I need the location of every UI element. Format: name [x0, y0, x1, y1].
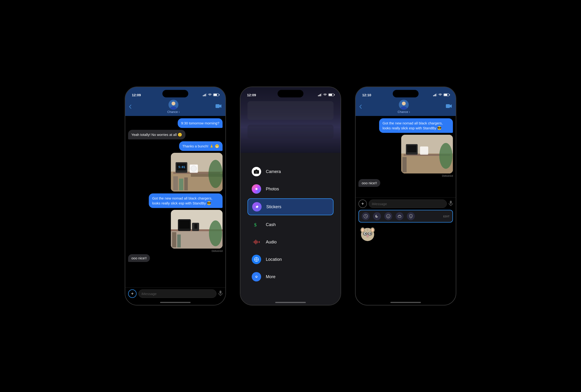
home-indicator: [160, 302, 190, 303]
svg-rect-47: [253, 241, 254, 242]
delivered-status-3: Delivered: [442, 175, 453, 177]
sticker-tab-emoji[interactable]: [384, 212, 392, 220]
svg-rect-2: [205, 94, 206, 96]
mic-button[interactable]: [218, 291, 222, 297]
home-indicator-2: [275, 302, 306, 303]
menu-screen: 12:09 Camera: [240, 87, 340, 305]
cash-label: Cash: [266, 222, 276, 227]
svg-rect-48: [254, 241, 255, 243]
stickers-label: Stickers: [266, 204, 281, 209]
sticker-tab-recent[interactable]: [362, 212, 370, 220]
menu-item-location[interactable]: Location: [248, 251, 334, 267]
svg-rect-36: [320, 94, 321, 96]
location-icon: [252, 255, 261, 264]
svg-rect-51: [258, 241, 258, 242]
mic-button-3[interactable]: [449, 201, 453, 207]
svg-point-85: [388, 215, 388, 216]
svg-rect-41: [256, 170, 257, 171]
plus-button-3[interactable]: +: [358, 199, 367, 208]
contact-name-3: Chance ›: [398, 110, 410, 114]
svg-point-40: [256, 171, 257, 173]
message-bubble-3: Got the new nomad all black chargers, lo…: [379, 118, 453, 133]
phone-3: 12:10 Chance ›: [355, 87, 456, 305]
camera-icon: [252, 167, 261, 176]
contact-info[interactable]: Chance ›: [167, 100, 180, 114]
raccoon-sticker[interactable]: [359, 226, 376, 243]
status-time: 12:09: [132, 93, 141, 97]
svg-rect-52: [259, 241, 260, 243]
menu-item-photos[interactable]: Photos: [248, 181, 334, 197]
svg-point-102: [367, 235, 368, 236]
message-image-2: [171, 210, 222, 249]
menu-item-audio[interactable]: Audio: [248, 234, 334, 250]
svg-point-67: [402, 102, 406, 105]
status-icons-3: [433, 93, 449, 96]
menu-item-cash[interactable]: $ Cash: [248, 217, 334, 233]
svg-rect-7: [216, 104, 220, 108]
edit-button[interactable]: EDIT: [443, 214, 450, 218]
svg-point-60: [254, 275, 258, 279]
svg-rect-78: [450, 201, 452, 204]
video-call-button-3[interactable]: [446, 104, 452, 109]
back-button[interactable]: [129, 105, 132, 109]
svg-rect-74: [407, 145, 416, 152]
svg-rect-19: [184, 178, 188, 190]
stickers-icon: [252, 202, 262, 211]
signal-icon-3: [433, 93, 437, 96]
svg-point-44: [256, 188, 257, 190]
photos-icon: [252, 184, 261, 194]
svg-point-5: [172, 102, 175, 105]
menu-item-stickers[interactable]: Stickers: [248, 198, 334, 215]
home-indicator-3: [390, 302, 421, 303]
svg-point-87: [398, 216, 401, 217]
battery-icon-3: [444, 93, 449, 96]
message-input[interactable]: iMessage: [138, 289, 216, 298]
battery-icon-2: [328, 93, 334, 96]
sticker-tab-moon[interactable]: [373, 212, 381, 220]
status-time-3: 12:10: [362, 93, 371, 97]
blurred-card-1: [248, 101, 334, 120]
signal-icon-2: [318, 93, 322, 96]
stickers-screen: 12:10 Chance ›: [356, 87, 456, 305]
svg-text:1: 1: [410, 215, 412, 217]
message-bubble: Got the new nomad all black chargers, lo…: [149, 194, 222, 208]
svg-rect-69: [446, 104, 450, 108]
photos-label: Photos: [266, 187, 279, 192]
message-bubble: 9:30 tomorrow morning?: [178, 118, 222, 128]
sticker-picker-bar: 1 EDIT: [358, 210, 453, 222]
contact-info-3[interactable]: Chance ›: [398, 100, 410, 114]
plus-button[interactable]: +: [128, 289, 136, 298]
svg-point-61: [256, 277, 257, 278]
svg-rect-1: [204, 95, 205, 96]
svg-rect-0: [203, 95, 204, 96]
svg-rect-25: [179, 220, 190, 229]
svg-point-99: [370, 233, 371, 234]
sticker-content-area: [356, 224, 456, 305]
phone-1: 12:09 Chance ›: [125, 87, 226, 305]
svg-rect-34: [318, 95, 319, 96]
sticker-tab-onepassword[interactable]: 1: [407, 212, 415, 220]
message-bubble: Yeah totally! No worries at all 🙂: [128, 130, 186, 139]
message-placeholder: iMessage: [142, 292, 156, 296]
video-call-button[interactable]: [216, 104, 222, 109]
svg-rect-28: [172, 232, 176, 247]
menu-item-more[interactable]: More: [248, 269, 334, 285]
sticker-tab-food[interactable]: [396, 212, 404, 220]
contact-avatar-3: [399, 100, 409, 110]
message-image-3: [401, 135, 453, 174]
svg-line-83: [366, 216, 367, 217]
location-label: Location: [266, 257, 282, 262]
audio-icon: [252, 237, 261, 247]
status-icons-2: [318, 93, 334, 96]
svg-point-93: [371, 228, 374, 232]
message-bubble-left-3: ooo nice!!: [358, 179, 380, 187]
message-image: 5:01: [171, 153, 222, 192]
back-button-3[interactable]: [359, 105, 362, 109]
more-label: More: [266, 274, 276, 279]
svg-point-86: [389, 215, 389, 216]
message-input-bar-3: + iMessage: [356, 197, 456, 210]
svg-point-55: [256, 259, 257, 260]
signal-icon: [203, 93, 206, 96]
message-input-3[interactable]: iMessage: [369, 199, 447, 208]
menu-item-camera[interactable]: Camera: [248, 164, 334, 180]
